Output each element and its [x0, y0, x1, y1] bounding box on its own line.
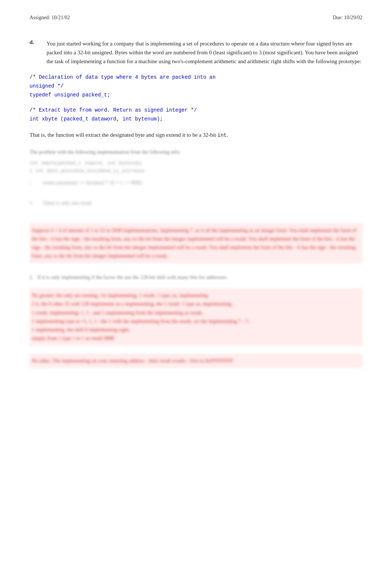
- blurred-item-i: i. extern parameter += dividend * 32 + 1…: [30, 178, 362, 191]
- blurred-answer-red-2-text: No greater, the only are running. 1st im…: [32, 293, 249, 341]
- due-date: Due: 10/29/02: [333, 15, 363, 21]
- assigned-date: Assigned: 10/21/02: [30, 15, 70, 21]
- blurred-q1-header: The problem with the following implement…: [30, 148, 362, 156]
- item-ii-text: There is only one result: [43, 199, 92, 207]
- code-comment-1a: /* Declaration of data type where 4 byte…: [30, 73, 362, 82]
- section-d-content: d. You just started working for a compan…: [30, 39, 362, 66]
- code-comment-2: /* Extract byte from word. Return as sig…: [30, 106, 362, 115]
- blurred-q1-text: The problem with the following implement…: [30, 149, 180, 155]
- item-ii-label: ii.: [30, 199, 38, 207]
- section-d-label: d.: [30, 39, 41, 66]
- code-comment-1b: unsigned */: [30, 82, 362, 91]
- page-header: Assigned: 10/21/02 Due: 10/29/02: [30, 15, 362, 21]
- code-block-2: /* Extract byte from word. Return as sig…: [30, 106, 362, 124]
- code-typedef: typedef unsigned packed_t;: [30, 91, 362, 100]
- item-i-text: extern parameter += dividend * 32 + 1 <<…: [43, 178, 143, 187]
- blurred-item-ii: ii. There is only one result: [30, 199, 362, 212]
- section-d-text: You just started working for a company t…: [47, 39, 362, 66]
- blurred-answer-red-3: No other. The implementing on your retur…: [30, 354, 362, 368]
- int-keyword: int: [217, 132, 227, 138]
- blurred-code-line1: int xbyte(packed_t inword, int bytenum): [30, 160, 362, 167]
- blurred-code-snippet: int xbyte(packed_t inword, int bytenum) …: [30, 160, 362, 175]
- blurred-answer-red-1-text: Suppose 4 + 4 of amount of 1 to 32 in 20…: [32, 228, 356, 259]
- blurred-answer-red-3-text: No other. The implementing on your retur…: [32, 358, 233, 364]
- blurred-q2-header: 2. If it is only implementing if the fac…: [30, 273, 362, 282]
- code-func-sig: int xbyte (packed_t dataword, int bytenu…: [30, 115, 362, 124]
- blurred-answer-red-1: Suppose 4 + 4 of amount of 1 to 32 in 20…: [30, 223, 362, 263]
- section-d: d. You just started working for a compan…: [30, 39, 362, 139]
- blurred-code-line2: { int best_possible_dividend_ij_increase: [30, 167, 362, 175]
- blurred-q2-text: 2. If it is only implementing if the fac…: [30, 275, 227, 280]
- code-block-1: /* Declaration of data type where 4 byte…: [30, 73, 362, 99]
- item-i-label: i.: [30, 178, 38, 187]
- blurred-answer-red-2: No greater, the only are running. 1st im…: [30, 288, 362, 346]
- extract-note: That is, the function will extract the d…: [30, 130, 362, 139]
